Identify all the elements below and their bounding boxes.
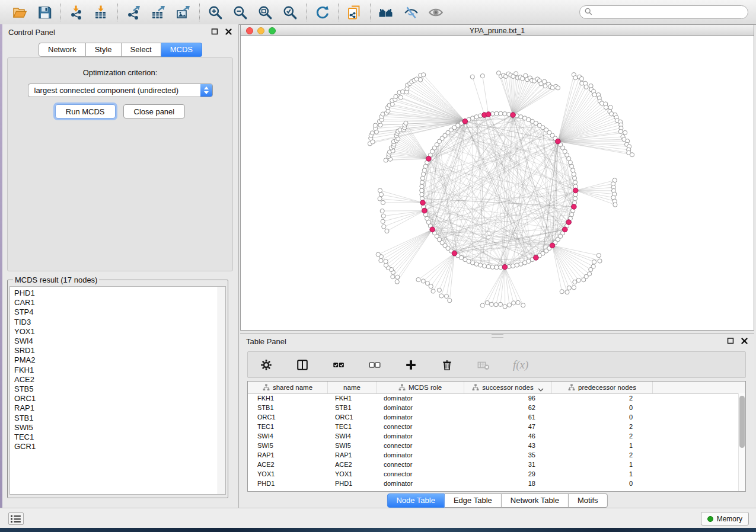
tab-style[interactable]: Style (86, 43, 122, 57)
tab-select[interactable]: Select (122, 43, 161, 57)
column-header-successor-nodes[interactable]: successor nodes (464, 382, 552, 393)
table-cell[interactable]: RAP1 (328, 450, 377, 460)
mcds-result-item[interactable]: PMA2 (14, 355, 218, 365)
graph-satellite-node[interactable] (384, 259, 388, 264)
run-mcds-button[interactable]: Run MCDS (55, 104, 116, 118)
mcds-result-item[interactable]: RAP1 (14, 403, 218, 413)
tab-node-table[interactable]: Node Table (387, 493, 445, 508)
graph-satellite-node[interactable] (437, 288, 441, 292)
graph-satellite-node[interactable] (560, 290, 564, 294)
first-neighbors-icon[interactable] (377, 3, 396, 22)
table-cell[interactable]: 43 (464, 441, 552, 450)
graph-satellite-node[interactable] (630, 153, 634, 157)
graph-satellite-node[interactable] (512, 301, 516, 305)
table-cell[interactable]: connector (377, 441, 464, 450)
mcds-result-item[interactable]: STP4 (14, 307, 218, 317)
mcds-result-item[interactable]: PHD1 (14, 289, 218, 298)
table-cell[interactable]: connector (377, 469, 464, 479)
mcds-result-item[interactable]: ACE2 (14, 375, 218, 384)
graph-satellite-node[interactable] (381, 200, 385, 204)
graph-satellite-node[interactable] (385, 229, 389, 233)
graph-satellite-node[interactable] (431, 289, 435, 293)
graph-ring-node[interactable] (486, 264, 490, 268)
close-panel-button[interactable]: Close panel (123, 104, 186, 118)
show-all-icon[interactable] (427, 3, 446, 22)
graph-ring-node[interactable] (571, 168, 575, 172)
table-cell[interactable]: PHD1 (328, 479, 377, 488)
import-network-icon[interactable] (68, 3, 87, 22)
new-network-from-selection-icon[interactable] (345, 3, 364, 22)
graph-satellite-node[interactable] (480, 303, 484, 307)
table-row[interactable]: SWI4SWI4dominator462 (248, 431, 739, 441)
graph-ring-node[interactable] (420, 193, 424, 197)
zoom-in-icon[interactable] (206, 3, 225, 22)
mcds-result-item[interactable]: GCR1 (14, 442, 218, 451)
export-table-icon[interactable] (149, 3, 168, 22)
table-cell[interactable]: ACE2 (248, 460, 328, 469)
graph-satellite-node[interactable] (379, 258, 383, 262)
graph-satellite-node[interactable] (596, 254, 601, 258)
table-options-icon[interactable] (260, 358, 274, 372)
table-cell[interactable]: 29 (464, 469, 552, 479)
graph-ring-node[interactable] (490, 265, 495, 269)
graph-satellite-node[interactable] (418, 78, 422, 82)
graph-satellite-node[interactable] (378, 188, 382, 193)
tab-edge-table[interactable]: Edge Table (445, 493, 502, 508)
graph-ring-node[interactable] (420, 184, 424, 188)
table-cell[interactable]: RAP1 (248, 450, 328, 460)
graph-ring-node[interactable] (499, 111, 503, 116)
graph-satellite-node[interactable] (543, 79, 547, 84)
float-panel-icon[interactable] (727, 337, 735, 345)
graph-ring-node[interactable] (422, 172, 426, 176)
graph-ring-node[interactable] (495, 111, 499, 116)
graph-ring-node[interactable] (519, 262, 523, 266)
close-panel-icon[interactable] (741, 337, 748, 345)
graph-ring-node[interactable] (422, 168, 426, 172)
table-row[interactable]: FKH1FKH1dominator962 (248, 393, 739, 403)
table-row[interactable]: STB1STB1dominator620 (248, 403, 739, 412)
mcds-result-item[interactable]: ORC1 (14, 394, 218, 403)
graph-satellite-node[interactable] (381, 219, 385, 223)
graph-satellite-node[interactable] (516, 300, 520, 305)
memory-button[interactable]: Memory (701, 512, 749, 525)
table-cell[interactable]: ORC1 (328, 412, 377, 422)
graph-satellite-node[interactable] (480, 74, 484, 78)
table-scrollbar-thumb[interactable] (739, 396, 745, 448)
column-header-shared-name[interactable]: shared name (248, 382, 328, 393)
graph-satellite-node[interactable] (579, 76, 583, 81)
delete-columns-icon[interactable] (441, 358, 455, 372)
graph-satellite-node[interactable] (382, 225, 386, 229)
graph-hub-node[interactable] (486, 112, 491, 117)
tab-network[interactable]: Network (39, 43, 86, 57)
graph-satellite-node[interactable] (404, 121, 408, 125)
hide-selected-icon[interactable] (402, 3, 421, 22)
table-cell[interactable]: 47 (464, 422, 552, 431)
graph-satellite-node[interactable] (395, 275, 400, 279)
graph-satellite-node[interactable] (376, 252, 380, 257)
table-cell[interactable]: YOX1 (328, 469, 377, 479)
open-file-icon[interactable] (11, 3, 30, 22)
graph-satellite-node[interactable] (380, 209, 384, 213)
graph-satellite-node[interactable] (623, 130, 627, 134)
graph-satellite-node[interactable] (429, 284, 433, 289)
table-cell[interactable]: SWI5 (328, 441, 377, 450)
tab-motifs[interactable]: Motifs (569, 493, 608, 508)
graph-satellite-node[interactable] (489, 302, 493, 306)
graph-satellite-node[interactable] (592, 260, 596, 264)
graph-satellite-node[interactable] (507, 303, 511, 307)
column-header-MCDS-role[interactable]: MCDS role (377, 382, 464, 393)
graph-satellite-node[interactable] (395, 280, 399, 284)
graph-hub-node[interactable] (572, 204, 577, 210)
import-table-icon[interactable] (92, 3, 111, 22)
table-cell[interactable]: connector (377, 460, 464, 469)
graph-satellite-node[interactable] (370, 131, 374, 135)
table-cell[interactable]: TEC1 (328, 422, 377, 431)
graph-satellite-node[interactable] (572, 286, 576, 290)
table-cell[interactable]: YOX1 (248, 469, 328, 479)
graph-satellite-node[interactable] (444, 294, 448, 298)
table-cell[interactable]: dominator (377, 403, 464, 412)
graph-satellite-node[interactable] (425, 281, 429, 285)
table-cell[interactable]: 2 (552, 431, 653, 441)
mcds-result-item[interactable]: TID3 (14, 318, 218, 327)
graph-ring-node[interactable] (474, 115, 479, 119)
